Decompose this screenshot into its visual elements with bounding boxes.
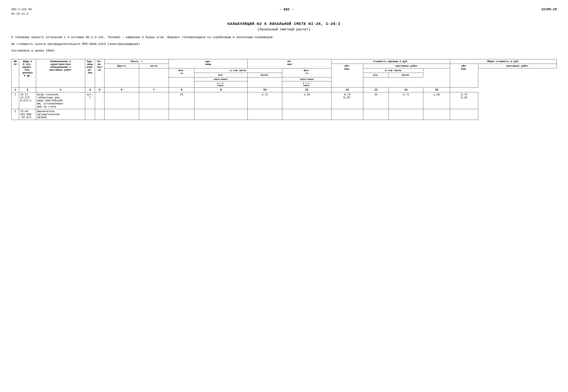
col-header-total-zarp-mash: зарпл:машин: [282, 77, 331, 81]
table-col-numbers-row: 1 2 3 4 5 6 7 8 9 IO II I2 I3 I4 I5: [12, 87, 557, 92]
col-num-8: 8: [169, 87, 194, 92]
row1-col9: [194, 92, 248, 109]
row2-name: Выключатель автоматический АЕ2046: [36, 109, 85, 120]
row1-name: Шкаф стальной, габаритные раз- меры 500х…: [36, 92, 85, 109]
row2-col11: [282, 109, 331, 120]
col-header-mass: Масса, т: [104, 59, 169, 64]
col-header-code: Шифр и № поз. прейск. УСН, ценника и др.: [19, 59, 36, 87]
row1-col10: 4,72: [248, 92, 282, 109]
row2-col16: [450, 109, 478, 120]
row1-col12: 0,790,28-: [331, 92, 363, 109]
row1-col15: 1,58: [423, 92, 450, 109]
col-num-13: I3: [363, 87, 389, 92]
col-num-6: 6: [104, 87, 139, 92]
col-header-name: Наименование и характеристика оборудоваи…: [36, 59, 85, 87]
col-header-mass-netto: нетто: [139, 64, 169, 68]
col-num-11: II: [282, 87, 331, 92]
col-header-total-mount: монтажных работ: [478, 64, 556, 68]
col-header-cost-total-sub: об- щая: [248, 59, 331, 68]
col-num-4: 4: [85, 87, 95, 92]
table-row: I I5-I7пI-2728-572-4 Шкаф стальной, габа…: [12, 92, 557, 109]
col-header-unit-mount-all2: [169, 77, 194, 87]
row1-mass-b: [104, 92, 139, 109]
header-doc-ref: 21195-10: [541, 8, 557, 11]
col-header-unit-mount-all: Все- го: [169, 68, 194, 77]
col-header-mass-n2: [139, 68, 169, 87]
row2-col8: [169, 109, 194, 120]
col-header-cost-total-group: Общая стоимость в руб.: [450, 59, 557, 64]
col-header-unit-mount-incl: в том числе: [194, 68, 282, 73]
col-header-total-obo: обо- руд.: [450, 64, 478, 87]
col-num-3: 3: [36, 87, 85, 92]
col-header-total-vt: в т.ч. зарпл.: [282, 81, 331, 87]
sub-title: (Локальный сметный расчет): [11, 28, 557, 31]
col-header-total-mount-all2: [248, 77, 282, 87]
col-header-total-mount-all: Все- го: [282, 68, 331, 77]
header-top: 903-I-223 86 Ал.16 кн.3 - 502 - 21195-10: [11, 8, 557, 16]
description-section: К типовому проекту котельной с 4 котлами…: [11, 35, 557, 54]
col-header-total-mount-incl: в том числе: [363, 68, 423, 73]
col-num-1: 1: [12, 87, 19, 92]
col-header-unit-eksp: экспл.: [248, 73, 282, 77]
col-header-unit-zarp-mash: зарпл:машин:: [194, 77, 248, 81]
col-num-15: I5: [423, 87, 450, 92]
table-section: №№ пп Шифр и № поз. прейск. УСН, ценника…: [11, 59, 557, 120]
row1-col8: 35: [169, 92, 194, 109]
col-header-total-osn: осн.: [363, 73, 389, 77]
header-page-number: - 502 -: [279, 8, 294, 11]
row2-code: I5-04п0I-060-0I-073: [19, 109, 36, 120]
title-section: КАЛЬКУЛЯЦИЯ №2 К ЛОКАЛЬНОЙ СМЕТЕ №I-26, …: [11, 22, 557, 31]
col-num-7: 7: [139, 87, 169, 92]
row1-col13: 35: [363, 92, 389, 109]
row1-col11: 1,58: [282, 92, 331, 109]
row2-col12: [331, 109, 363, 120]
col-header-num: №№ пп: [12, 59, 19, 87]
row2-qty: [95, 109, 104, 120]
col-header-unit-obo: обо- руд.: [331, 64, 363, 87]
col-num-9: 9: [194, 87, 248, 92]
row2-num: 2: [12, 109, 19, 120]
col-num-5: 5: [95, 87, 104, 92]
doc-number-line1: 903-I-223 86: [11, 8, 32, 12]
main-table: №№ пп Шифр и № поз. прейск. УСН, ценника…: [11, 59, 557, 120]
doc-number-line2: Ал.16 кн.3: [11, 12, 32, 16]
header-left: 903-I-223 86 Ал.16 кн.3: [11, 8, 32, 16]
col-header-qty: Ко- ли- чест во: [95, 59, 104, 87]
row2-mass-n: [139, 109, 169, 120]
row2-mass-b: [104, 109, 139, 120]
col-header-unit-vt: в т.ч. зарпл.: [194, 81, 248, 87]
row1-col16: 0,790,28: [450, 92, 478, 109]
col-header-unit: Еди- ница изме- ре- ния: [85, 59, 95, 87]
row1-col14: 4,72: [389, 92, 423, 109]
desc-para2: На стоимость пункта распределительного П…: [11, 42, 557, 47]
row1-num: I: [12, 92, 19, 109]
col-header-total-eksp: экспл.: [389, 73, 423, 77]
main-title: КАЛЬКУЛЯЦИЯ №2 К ЛОКАЛЬНОЙ СМЕТЕ №I-26, …: [11, 22, 557, 26]
table-header-row1: №№ пп Шифр и № поз. прейск. УСН, ценника…: [12, 59, 557, 64]
desc-para3: Составлена в ценах 1984г.: [11, 49, 557, 54]
col-header-mass-b2: [104, 68, 139, 87]
col-num-10: IO: [248, 87, 282, 92]
table-row: 2 I5-04п0I-060-0I-073 Выключатель автома…: [12, 109, 557, 120]
row2-col15: [423, 109, 450, 120]
row1-code: I5-I7пI-2728-572-4: [19, 92, 36, 109]
row1-mass-n: [139, 92, 169, 109]
row2-col9: [194, 109, 248, 120]
col-header-mass-brutto: брутто: [104, 64, 139, 68]
desc-para1: К типовому проекту котельной с 4 котлами…: [11, 35, 557, 40]
col-header-cost-each: едн- ницы: [169, 59, 248, 68]
row2-col10: [248, 109, 282, 120]
col-header-unit-mount: монтажных работ: [363, 64, 450, 68]
row2-unit: [85, 109, 95, 120]
col-header-unit-osn: осн.: [194, 73, 248, 77]
row1-qty: [95, 92, 104, 109]
row2-col13: [363, 109, 389, 120]
row1-unit: ист. I: [85, 92, 95, 109]
col-num-2: 2: [19, 87, 36, 92]
col-num-12: I2: [331, 87, 363, 92]
row2-col14: [389, 109, 423, 120]
col-header-cost-unit-group: Стоимость единицы в руб.: [331, 59, 450, 64]
col-num-14: I4: [389, 87, 423, 92]
